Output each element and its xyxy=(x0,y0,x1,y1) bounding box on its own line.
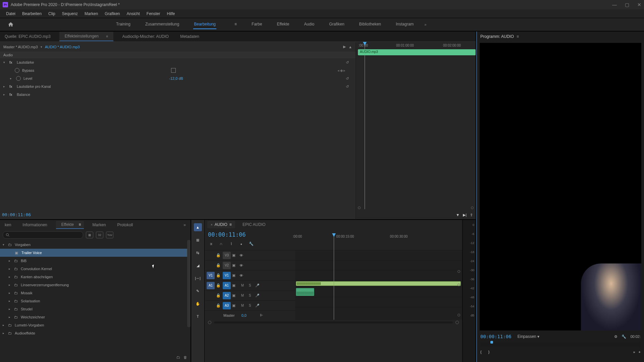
razor-tool-icon[interactable]: ◢ xyxy=(194,261,202,269)
tab-protokoll[interactable]: Protokoll xyxy=(115,221,136,229)
track-content-area[interactable] xyxy=(295,250,462,320)
mute-button[interactable]: M xyxy=(239,283,246,289)
workspace-audio[interactable]: Audio xyxy=(304,20,315,29)
tab-metadaten[interactable]: Metadaten xyxy=(177,32,202,41)
play-icon[interactable]: ▶ xyxy=(343,45,346,49)
track-a3[interactable]: A3 xyxy=(223,302,231,309)
tree-scrollbar[interactable] xyxy=(187,240,191,327)
workspace-zusammenstellung[interactable]: Zusammenstellung xyxy=(145,20,180,29)
tree-item-solarisation[interactable]: ▸🗀Solarisation xyxy=(0,297,191,305)
tree-item-bib[interactable]: ▸🗀BiB xyxy=(0,257,191,265)
fx-toggle-icon[interactable]: fx xyxy=(9,93,14,97)
track-select-tool-icon[interactable]: ⊞ xyxy=(194,236,202,244)
workspace-overflow-icon[interactable]: » xyxy=(424,22,426,26)
bypass-checkbox[interactable] xyxy=(171,68,176,73)
sync-icon[interactable]: ▣ xyxy=(232,303,238,308)
filter-icon[interactable]: ▼ xyxy=(456,213,460,217)
zoom-handle-icon[interactable] xyxy=(358,206,361,209)
play-only-icon[interactable]: ▶| xyxy=(463,213,467,217)
scroll-handle-icon[interactable] xyxy=(458,314,460,316)
tab-effekteinstellungen[interactable]: Effekteinstellungen ≡ xyxy=(59,32,114,41)
hand-tool-icon[interactable]: ✋ xyxy=(194,300,202,308)
wrench-icon[interactable]: 🔧 xyxy=(622,335,626,339)
reset-icon[interactable]: ↺ xyxy=(346,84,349,89)
new-bin-icon[interactable]: 🗀 xyxy=(176,355,180,359)
playhead[interactable] xyxy=(365,42,365,209)
fx-toggle-icon[interactable]: fx xyxy=(9,84,14,88)
prev-key-icon[interactable]: ◂ xyxy=(337,68,339,73)
delete-icon[interactable]: 🗑 xyxy=(183,355,187,359)
eye-icon[interactable]: 👁 xyxy=(239,263,246,267)
timeline-tab-epic[interactable]: EPIC AUDIO xyxy=(239,221,269,228)
lock-icon[interactable]: 🔒 xyxy=(216,263,221,267)
tab-effekte[interactable]: Effekte ≡ xyxy=(56,221,84,229)
home-icon[interactable] xyxy=(7,20,15,28)
sync-icon[interactable]: ▣ xyxy=(232,273,238,278)
lock-icon[interactable]: 🔒 xyxy=(216,283,221,288)
lock-icon[interactable]: 🔒 xyxy=(216,253,221,257)
lock-icon[interactable]: 🔒 xyxy=(216,273,221,278)
zoom-fit-dropdown[interactable]: Einpassen ▾ xyxy=(518,334,539,339)
level-value[interactable]: -12,0 dB xyxy=(169,76,183,80)
track-a1[interactable]: A1 xyxy=(223,282,231,289)
zoom-handle-icon[interactable] xyxy=(471,206,474,209)
stopwatch-icon[interactable] xyxy=(15,68,19,73)
audio-clip-a2[interactable] xyxy=(296,288,314,296)
tree-item-convolution[interactable]: ▸🗀Convolution Kernel xyxy=(0,265,191,273)
workspace-grafiken[interactable]: Grafiken xyxy=(328,20,345,29)
stopwatch-icon[interactable] xyxy=(16,76,21,81)
wrench-icon[interactable]: 🔧 xyxy=(248,241,254,247)
minimize-button[interactable]: — xyxy=(612,2,617,7)
audio-clip-a1[interactable] xyxy=(296,281,461,286)
export-icon[interactable]: ⇪ xyxy=(470,213,473,217)
collapse-icon[interactable]: ▾ xyxy=(3,61,7,64)
close-button[interactable]: ✕ xyxy=(637,2,641,7)
close-tab-icon[interactable]: × xyxy=(211,223,213,227)
lock-icon[interactable]: 🔒 xyxy=(216,293,221,298)
solo-button[interactable]: S xyxy=(247,283,253,289)
voiceover-icon[interactable]: 🎤 xyxy=(254,283,260,289)
expand-icon[interactable]: ▸ xyxy=(3,93,7,96)
32bit-badge-icon[interactable]: 32 xyxy=(96,232,103,238)
reset-icon[interactable]: ↺ xyxy=(346,60,349,65)
mute-button[interactable]: M xyxy=(239,293,246,299)
sequence-clip-link[interactable]: AUDIO * AUDIO.mp3 xyxy=(45,45,80,49)
lock-icon[interactable]: 🔒 xyxy=(216,303,221,308)
scroll-handle-icon[interactable] xyxy=(458,270,460,273)
clip-bar[interactable]: AUDIO.mp3 xyxy=(358,49,476,55)
timeline-playhead[interactable] xyxy=(334,233,334,320)
tree-item-trailer-voice[interactable]: ▣Trailer Voice xyxy=(0,249,191,257)
effect-mini-timeline[interactable]: :00:00 00:01:00:00 00:02:00:00 AUDIO.mp3 xyxy=(356,42,476,219)
magnet-icon[interactable]: ∩ xyxy=(218,241,224,247)
overflow-icon[interactable]: » xyxy=(633,350,635,354)
tabs-overflow-icon[interactable]: » xyxy=(181,221,189,229)
source-a1-toggle[interactable]: A1 xyxy=(207,282,215,289)
tree-item-vorgaben[interactable]: ▾🗀Vorgaben xyxy=(0,241,191,249)
timeline-timecode[interactable]: 00:00:11:06 xyxy=(208,231,246,238)
tab-menu-icon[interactable]: ≡ xyxy=(517,34,519,39)
linked-selection-icon[interactable]: ⌇ xyxy=(228,241,234,247)
workspace-bibliotheken[interactable]: Bibliotheken xyxy=(359,20,382,29)
menu-marken[interactable]: Marken xyxy=(81,10,101,17)
timeline-tab-audio[interactable]: ×AUDIO≡ xyxy=(207,221,235,228)
expand-master-icon[interactable]: ⊩ xyxy=(260,313,263,317)
menu-grafiken[interactable]: Grafiken xyxy=(101,10,123,17)
workspace-effekte[interactable]: Effekte xyxy=(276,20,290,29)
tab-audioclip-mischer[interactable]: Audioclip-Mischer: AUDIO xyxy=(119,32,171,41)
reset-icon[interactable]: ↺ xyxy=(346,76,349,81)
eye-icon[interactable]: 👁 xyxy=(239,253,246,257)
effects-search-input[interactable] xyxy=(3,231,83,239)
ripple-tool-icon[interactable]: ⇆ xyxy=(194,249,202,257)
menu-fenster[interactable]: Fenster xyxy=(143,10,164,17)
program-viewport[interactable] xyxy=(480,43,641,330)
expand-icon[interactable]: ▸ xyxy=(3,85,7,88)
track-a2[interactable]: A2 xyxy=(223,292,231,299)
timeline-zoom-bar[interactable] xyxy=(205,320,462,325)
eye-icon[interactable]: 👁 xyxy=(239,274,246,278)
menu-bearbeiten[interactable]: Bearbeiten xyxy=(19,10,45,17)
master-db-value[interactable]: 0,0 xyxy=(241,313,247,317)
voiceover-icon[interactable]: 🎤 xyxy=(254,303,260,309)
expand-icon[interactable]: ▸ xyxy=(10,77,13,80)
fx-toggle-icon[interactable]: fx xyxy=(9,60,14,64)
slip-tool-icon[interactable]: |↔| xyxy=(194,274,202,282)
